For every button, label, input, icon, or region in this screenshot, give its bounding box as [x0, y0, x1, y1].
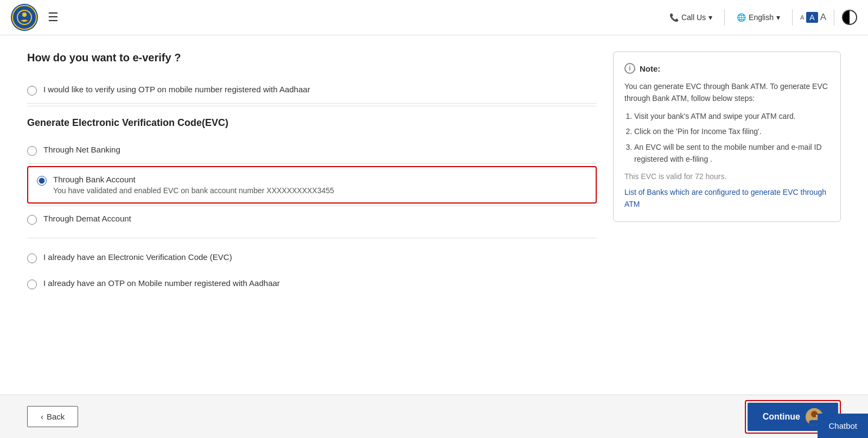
continue-label: Continue [763, 412, 800, 422]
already-otp-option[interactable]: I already have an OTP on Mobile number r… [27, 271, 597, 297]
net-banking-option[interactable]: Through Net Banking [27, 137, 597, 164]
demat-account-option[interactable]: Through Demat Account [27, 206, 597, 232]
logo [11, 4, 38, 31]
globe-icon: 🌐 [737, 13, 746, 22]
net-banking-radio[interactable] [27, 146, 37, 156]
svg-point-0 [17, 10, 31, 24]
demat-account-radio[interactable] [27, 215, 37, 225]
already-evc-label: I already have an Electronic Verificatio… [43, 252, 232, 262]
separator-2 [792, 9, 793, 26]
header-right: 📞 Call Us ▾ 🌐 English ▾ A A A [665, 9, 857, 26]
svg-point-1 [22, 12, 27, 17]
note-body: You can generate EVC through Bank ATM. T… [624, 80, 829, 211]
note-panel: i Note: You can generate EVC through Ban… [613, 52, 841, 222]
back-button[interactable]: ‹ Back [27, 406, 78, 427]
chevron-down-icon-lang: ▾ [776, 13, 780, 22]
info-icon: i [624, 63, 635, 74]
divider-1 [27, 106, 597, 106]
net-banking-label: Through Net Banking [43, 145, 120, 154]
page-question: How do you want to e-verify ? [27, 52, 597, 64]
aadhaar-otp-radio[interactable] [27, 86, 37, 96]
chatbot-button[interactable]: Chatbot [818, 414, 868, 438]
call-us-button[interactable]: 📞 Call Us ▾ [665, 11, 717, 24]
note-steps: Visit your bank's ATM and swipe your ATM… [624, 110, 829, 166]
note-step-2: Click on the 'Pin for Income Tax filing'… [634, 125, 829, 137]
banks-list-link[interactable]: List of Banks which are configured to ge… [624, 188, 826, 208]
main-content: How do you want to e-verify ? I would li… [0, 35, 868, 438]
language-button[interactable]: 🌐 English ▾ [732, 11, 784, 24]
svg-rect-2 [23, 20, 26, 22]
font-medium-button[interactable]: A [806, 12, 818, 23]
font-controls: A A A [800, 12, 826, 23]
note-step-3: An EVC will be sent to the mobile number… [634, 141, 829, 166]
note-step-1: Visit your bank's ATM and swipe your ATM… [634, 110, 829, 122]
already-otp-label: I already have an OTP on Mobile number r… [43, 278, 280, 288]
aadhaar-otp-label: I would like to verify using OTP on mobi… [43, 85, 310, 94]
header-left: ☰ [11, 4, 59, 31]
content-layout: How do you want to e-verify ? I would li… [27, 52, 841, 297]
font-large-button[interactable]: A [820, 12, 826, 23]
evc-section-title: Generate Electronic Verification Code(EV… [27, 117, 597, 129]
back-label: Back [47, 412, 65, 421]
already-evc-radio[interactable] [27, 253, 37, 263]
hamburger-icon[interactable]: ☰ [48, 10, 59, 24]
font-small-button[interactable]: A [800, 14, 804, 21]
evc-section: Generate Electronic Verification Code(EV… [27, 117, 597, 232]
note-title: Note: [640, 64, 660, 73]
bank-account-option[interactable]: Through Bank Account You have validated … [27, 166, 597, 204]
divider-2 [27, 238, 597, 238]
already-evc-option[interactable]: I already have an Electronic Verificatio… [27, 245, 597, 271]
bank-account-label: Through Bank Account [53, 175, 334, 184]
note-header: i Note: [624, 63, 829, 74]
header: ☰ 📞 Call Us ▾ 🌐 English ▾ A A A [0, 0, 868, 35]
bottom-bar: ‹ Back Continue [0, 395, 868, 438]
separator-3 [834, 9, 834, 26]
back-arrow-icon: ‹ [41, 412, 43, 421]
note-validity: This EVC is valid for 72 hours. [624, 170, 829, 182]
chatbot-label: Chatbot [828, 421, 857, 430]
chevron-down-icon: ▾ [709, 13, 712, 22]
logo-inner [12, 5, 37, 30]
left-panel: How do you want to e-verify ? I would li… [27, 52, 597, 297]
separator-1 [724, 9, 725, 26]
already-otp-radio[interactable] [27, 280, 37, 289]
aadhaar-otp-option[interactable]: I would like to verify using OTP on mobi… [27, 77, 597, 104]
bank-account-text: Through Bank Account You have validated … [53, 175, 334, 195]
note-intro: You can generate EVC through Bank ATM. T… [624, 80, 829, 105]
demat-account-label: Through Demat Account [43, 214, 131, 223]
bank-account-radio[interactable] [37, 176, 47, 186]
phone-icon: 📞 [669, 13, 679, 22]
call-us-label: Call Us [681, 13, 706, 22]
contrast-button[interactable] [842, 10, 857, 25]
bank-account-sub-label: You have validated and enabled EVC on ba… [53, 186, 334, 195]
language-label: English [749, 13, 774, 22]
